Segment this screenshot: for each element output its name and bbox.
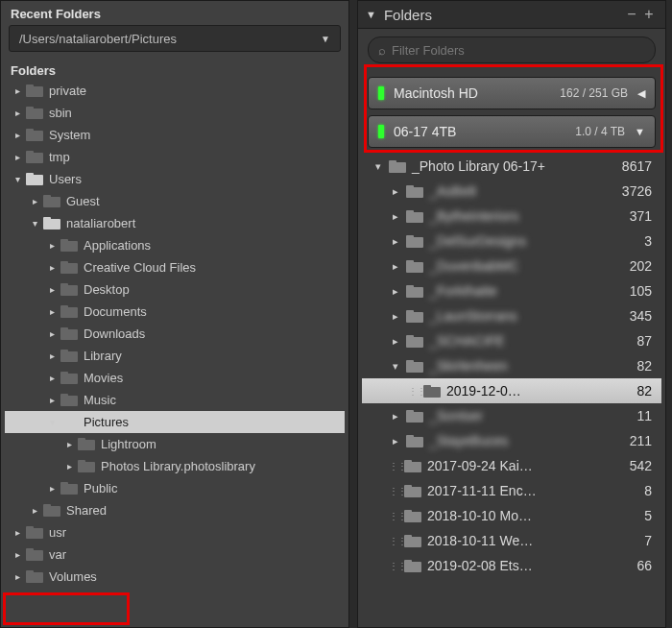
tree-node-label: Guest	[66, 194, 100, 208]
tree-node[interactable]: Volumes	[5, 566, 345, 588]
minus-button[interactable]: −	[623, 6, 640, 23]
disclosure-icon[interactable]	[389, 310, 402, 323]
volume-arrow-icon[interactable]: ◀	[637, 87, 645, 100]
tree-node-label: Desktop	[84, 282, 130, 297]
tree-node[interactable]: Applications	[5, 234, 345, 256]
disclosure-icon[interactable]	[47, 284, 57, 295]
tree-node[interactable]: Guest	[5, 190, 345, 212]
disclosure-icon[interactable]	[389, 260, 402, 273]
folder-row[interactable]: ⋮⋮2017-09-24 Kai…542	[362, 453, 661, 478]
tree-node[interactable]: Library	[5, 345, 345, 367]
volume-bar[interactable]: 06-17 4TB1.0 / 4 TB▼	[368, 115, 656, 148]
tree-node[interactable]: Desktop	[5, 278, 345, 301]
disclosure-icon[interactable]	[47, 483, 57, 494]
disclosure-icon[interactable]	[12, 152, 22, 162]
disclosure-icon[interactable]	[389, 335, 402, 348]
disclosure-icon[interactable]	[47, 417, 57, 427]
disclosure-icon[interactable]	[64, 461, 74, 471]
disclosure-icon[interactable]	[47, 350, 57, 361]
tree-node[interactable]: Public	[5, 477, 345, 499]
disclosure-icon[interactable]	[30, 196, 39, 206]
drag-handle-icon[interactable]: ⋮⋮	[389, 561, 402, 571]
disclosure-icon[interactable]	[47, 395, 57, 405]
disclosure-icon[interactable]	[389, 210, 402, 223]
folder-row[interactable]: _Forkthatte105	[362, 278, 661, 303]
disclosure-icon[interactable]	[389, 435, 402, 447]
disclosure-icon[interactable]	[64, 439, 74, 449]
folder-row[interactable]: _AsBe83726	[362, 179, 661, 204]
tree-node[interactable]: Users	[5, 168, 345, 190]
folder-row[interactable]: _Sontser11	[362, 403, 661, 428]
panel-disclosure-icon[interactable]: ▼	[366, 9, 376, 20]
tree-node[interactable]: private	[5, 80, 345, 102]
folder-tree[interactable]: privatesbinSystemtmpUsersGuestnataliarob…	[1, 80, 348, 627]
disclosure-icon[interactable]	[12, 130, 22, 140]
drag-handle-icon[interactable]: ⋮⋮	[389, 486, 402, 496]
folder-row[interactable]: ⋮⋮2018-10-10 Mo…5	[362, 503, 661, 528]
folders-panel-header[interactable]: ▼ Folders − +	[358, 1, 665, 29]
folder-row[interactable]: _Bytheinteriors371	[362, 204, 661, 229]
folder-row[interactable]: _StayeBuces211	[362, 428, 661, 453]
tree-node-label: usr	[49, 525, 66, 540]
disclosure-icon[interactable]	[372, 160, 385, 173]
drag-handle-icon[interactable]: ⋮⋮	[389, 461, 402, 471]
disclosure-icon[interactable]	[389, 410, 402, 423]
tree-node[interactable]: Documents	[5, 301, 345, 323]
folder-list[interactable]: _Photo Library 06-17+8617_AsBe83726_Byth…	[358, 154, 665, 627]
folder-row[interactable]: _DelSurDesigns3	[362, 229, 661, 254]
tree-node[interactable]: Shared	[5, 499, 345, 521]
drag-handle-icon[interactable]: ⋮⋮	[389, 536, 402, 546]
disclosure-icon[interactable]	[47, 328, 57, 339]
tree-node[interactable]: Creative Cloud Files	[5, 256, 345, 278]
folder-row[interactable]: _Photo Library 06-17+8617	[362, 154, 661, 179]
recent-folders-dropdown[interactable]: /Users/nataliarobert/Pictures ▼	[9, 25, 341, 52]
folder-row[interactable]: _Skirlenheen82	[362, 353, 661, 378]
folder-count: 8617	[622, 158, 652, 174]
tree-node[interactable]: Pictures	[5, 411, 345, 433]
disclosure-icon[interactable]	[12, 108, 22, 118]
folder-row[interactable]: _DuvenbabMC202	[362, 254, 661, 278]
tree-node[interactable]: Photos Library.photoslibrary	[5, 455, 345, 477]
folder-icon	[406, 310, 423, 323]
tree-node[interactable]: System	[5, 124, 345, 146]
disclosure-icon[interactable]	[12, 527, 22, 538]
folder-row[interactable]: ⋮⋮2019-12-0…82	[362, 378, 661, 403]
disclosure-icon[interactable]	[30, 218, 39, 229]
plus-button[interactable]: +	[640, 6, 658, 23]
filter-folders-input[interactable]: ⌕ Filter Folders	[368, 36, 656, 63]
tree-node-label: Photos Library.photoslibrary	[101, 459, 255, 473]
disclosure-icon[interactable]	[389, 185, 402, 198]
drag-handle-icon[interactable]: ⋮⋮	[389, 511, 402, 521]
tree-node[interactable]: Music	[5, 389, 345, 411]
folder-count: 105	[630, 283, 652, 299]
disclosure-icon[interactable]	[12, 549, 22, 560]
tree-node[interactable]: sbin	[5, 102, 345, 124]
disclosure-icon[interactable]	[47, 240, 57, 251]
disclosure-icon[interactable]	[47, 373, 57, 383]
volume-bar[interactable]: Macintosh HD162 / 251 GB◀	[368, 77, 656, 109]
tree-node[interactable]: usr	[5, 521, 345, 543]
disclosure-icon[interactable]	[389, 285, 402, 298]
disclosure-icon[interactable]	[47, 306, 57, 317]
tree-node[interactable]: Lightroom	[5, 433, 345, 455]
folder-row[interactable]: _SCHACIFE87	[362, 328, 661, 353]
drag-handle-icon[interactable]: ⋮⋮	[408, 386, 421, 397]
disclosure-icon[interactable]	[389, 235, 402, 248]
folder-count: 371	[630, 208, 652, 224]
tree-node[interactable]: nataliarobert	[5, 212, 345, 234]
folder-row[interactable]: ⋮⋮2018-10-11 We…7	[362, 528, 661, 553]
tree-node[interactable]: Movies	[5, 367, 345, 389]
folder-row[interactable]: _LaunStorrans345	[362, 303, 661, 328]
disclosure-icon[interactable]	[12, 85, 22, 96]
disclosure-icon[interactable]	[12, 174, 22, 184]
tree-node[interactable]: Downloads	[5, 323, 345, 345]
disclosure-icon[interactable]	[47, 262, 57, 273]
folder-row[interactable]: ⋮⋮2019-02-08 Ets…66	[362, 553, 661, 578]
tree-node[interactable]: tmp	[5, 146, 345, 168]
disclosure-icon[interactable]	[12, 571, 22, 582]
folder-row[interactable]: ⋮⋮2017-11-11 Enc…8	[362, 478, 661, 503]
disclosure-icon[interactable]	[389, 360, 402, 373]
tree-node[interactable]: var	[5, 543, 345, 566]
disclosure-icon[interactable]	[30, 505, 39, 516]
volume-arrow-icon[interactable]: ▼	[635, 126, 645, 137]
